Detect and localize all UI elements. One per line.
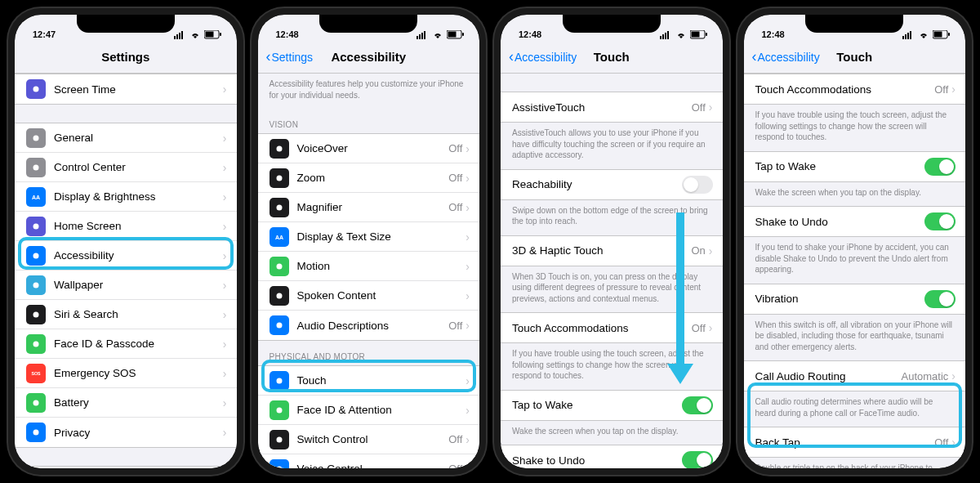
settings-row[interactable]: Touch AccommodationsOff› <box>501 313 723 342</box>
svg-rect-47 <box>706 33 707 36</box>
settings-row[interactable]: MagnifierOff› <box>258 193 480 222</box>
nav-title: Touch <box>836 50 872 64</box>
hand-icon <box>26 423 46 442</box>
settings-row[interactable]: Motion› <box>258 252 480 281</box>
settings-row[interactable]: Screen Time› <box>15 74 237 104</box>
switchctl-icon <box>270 430 289 449</box>
settings-group: General›Control Center›AADisplay & Brigh… <box>15 123 237 448</box>
svg-rect-52 <box>907 33 909 39</box>
row-label: Motion <box>297 260 466 272</box>
svg-rect-1 <box>176 34 178 39</box>
nav-back-button[interactable]: ‹Accessibility <box>509 48 577 65</box>
settings-row[interactable]: Accessibility› <box>15 241 237 271</box>
settings-row[interactable]: Vibration <box>744 284 966 314</box>
settings-group: Touch AccommodationsOff› <box>501 312 723 343</box>
section-description: Call audio routing determines where audi… <box>744 391 966 427</box>
settings-group: Shake to Undo <box>501 445 723 468</box>
settings-row[interactable]: Tap to Wake <box>501 391 723 420</box>
settings-row[interactable]: Face ID & Attention› <box>258 396 480 425</box>
settings-row[interactable]: SOSEmergency SOS› <box>15 359 237 388</box>
zoom-icon <box>270 168 289 188</box>
settings-row[interactable]: AADisplay & Text Size› <box>258 222 480 252</box>
svg-point-35 <box>276 378 282 383</box>
svg-point-32 <box>276 263 282 269</box>
nav-back-button[interactable]: ‹Settings <box>266 48 314 65</box>
settings-row[interactable]: Switch ControlOff› <box>258 425 480 454</box>
row-label: AssistiveTouch <box>512 101 692 114</box>
svg-point-8 <box>33 135 39 141</box>
svg-text:AA: AA <box>274 234 283 239</box>
phone-1: 12:48 ‹SettingsAccessibility Accessibili… <box>252 8 487 475</box>
chevron-left-icon: ‹ <box>266 48 271 65</box>
toggle-switch[interactable] <box>924 212 956 230</box>
chevron-right-icon: › <box>709 321 713 334</box>
toggle-switch[interactable] <box>924 290 956 308</box>
settings-row[interactable]: Control Center› <box>15 153 237 182</box>
row-label: Vibration <box>755 293 925 305</box>
toggle-switch[interactable] <box>924 158 956 176</box>
nav-bar: Settings <box>15 41 237 74</box>
nav-back-label: Settings <box>272 51 314 64</box>
sos-icon: SOS <box>26 364 46 383</box>
settings-group: Shake to Undo <box>744 206 966 237</box>
settings-row[interactable]: Wallpaper› <box>15 271 237 300</box>
aa-icon: AA <box>270 227 289 247</box>
row-label: VoiceOver <box>297 142 449 154</box>
row-label: Tap to Wake <box>512 399 682 411</box>
settings-row[interactable]: AADisplay & Brightness› <box>15 182 237 212</box>
settings-row[interactable]: Home Screen› <box>15 212 237 241</box>
row-value: Off <box>448 201 462 213</box>
wifi-icon <box>189 31 201 39</box>
nav-title: Accessibility <box>331 50 406 64</box>
svg-rect-55 <box>934 32 942 38</box>
row-value: Automatic <box>902 370 949 382</box>
settings-row[interactable]: Shake to Undo <box>501 445 723 468</box>
settings-row[interactable]: AssistiveTouchOff› <box>501 92 723 122</box>
settings-row[interactable]: Shake to Undo <box>744 207 966 236</box>
settings-row[interactable]: Tap to Wake <box>744 152 966 181</box>
settings-row[interactable]: App Store› <box>15 467 237 468</box>
row-value: On <box>691 244 705 257</box>
settings-row[interactable]: Reachability <box>501 170 723 199</box>
flower-icon <box>26 275 46 295</box>
settings-row[interactable]: Call Audio RoutingAutomatic› <box>744 361 966 391</box>
chevron-right-icon: › <box>466 260 470 273</box>
chevron-right-icon: › <box>466 433 470 446</box>
svg-rect-27 <box>462 33 464 36</box>
phone-0: 12:47 Settings Screen Time›General›Contr… <box>8 8 243 475</box>
settings-row[interactable]: Siri & Search› <box>15 300 237 329</box>
siri-icon <box>26 305 46 324</box>
chevron-right-icon: › <box>223 220 227 233</box>
settings-group: 3D & Haptic TouchOn› <box>501 235 723 266</box>
settings-row[interactable]: Touch› <box>258 366 480 396</box>
settings-row[interactable]: Battery› <box>15 388 237 418</box>
row-label: Call Audio Routing <box>755 370 902 382</box>
settings-row[interactable]: General› <box>15 123 237 153</box>
row-label: Privacy <box>54 427 223 439</box>
settings-row[interactable]: Spoken Content› <box>258 281 480 311</box>
svg-rect-21 <box>416 36 418 39</box>
settings-row[interactable]: ZoomOff› <box>258 163 480 193</box>
chevron-left-icon: ‹ <box>509 48 514 65</box>
toggle-switch[interactable] <box>682 451 713 468</box>
section-header: PHYSICAL AND MOTOR <box>258 341 480 365</box>
chevron-right-icon: › <box>466 230 470 244</box>
settings-row[interactable]: Face ID & Passcode› <box>15 329 237 359</box>
status-time: 12:48 <box>519 29 541 39</box>
settings-row[interactable]: Audio DescriptionsOff› <box>258 311 480 340</box>
section-description: AssistiveTouch allows you to use your iP… <box>501 123 723 169</box>
battery-icon <box>26 393 46 413</box>
settings-row[interactable]: Back TapOff› <box>744 427 966 457</box>
settings-row[interactable]: 3D & Haptic TouchOn› <box>501 236 723 266</box>
settings-row[interactable]: Voice ControlOff› <box>258 454 480 468</box>
nav-bar: ‹AccessibilityTouch <box>744 41 966 74</box>
nav-back-button[interactable]: ‹Accessibility <box>752 48 820 65</box>
section-description: When this switch is off, all vibration o… <box>744 315 966 361</box>
svg-rect-23 <box>421 33 423 39</box>
toggle-switch[interactable] <box>682 176 713 194</box>
wifi-icon <box>432 31 443 39</box>
settings-row[interactable]: Privacy› <box>15 418 237 447</box>
settings-row[interactable]: VoiceOverOff› <box>258 134 480 163</box>
toggle-switch[interactable] <box>682 396 713 414</box>
settings-row[interactable]: Touch AccommodationsOff› <box>744 74 966 104</box>
